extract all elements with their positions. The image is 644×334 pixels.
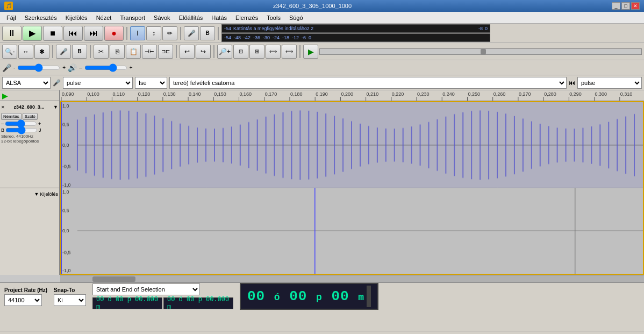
playback-meter-icon: ⏮ xyxy=(569,79,575,87)
input-volume-slider[interactable] xyxy=(17,65,60,71)
prev-button[interactable]: ⏮ xyxy=(63,26,83,41)
paste-btn[interactable]: 📋 xyxy=(126,45,141,59)
playback-meter-select[interactable]: pulse xyxy=(577,77,642,89)
zoom-fit-proj-btn[interactable]: ⊞ xyxy=(249,45,264,59)
project-rate-select[interactable]: 44100 xyxy=(4,294,42,306)
cut-btn[interactable]: ✂ xyxy=(94,45,109,59)
play-at-speed-btn[interactable]: ⟺ xyxy=(282,45,297,59)
zoom-in-btn[interactable]: 🔎+ xyxy=(217,45,232,59)
input-device-select[interactable]: pulse xyxy=(63,77,133,89)
track-1-info: ✕ z342_600_3... ▼ Némítás Szóló – + B xyxy=(0,101,59,188)
selection-mode-select[interactable]: Start and End of Selection xyxy=(92,283,200,295)
vu-db-right2: 0 xyxy=(485,26,488,31)
sep5 xyxy=(90,45,91,58)
minimize-btn[interactable]: _ xyxy=(612,2,620,10)
track-info-2: 32-bit lebegőpontos xyxy=(1,139,58,144)
snap-to-section: Snap-To Ki xyxy=(54,287,86,306)
right-panel xyxy=(60,90,644,275)
project-rate-section: Project Rate (Hz) 44100 xyxy=(4,287,47,306)
select-tool-btn[interactable]: I xyxy=(130,26,145,40)
record-button[interactable]: ● xyxy=(104,26,124,41)
ruler-canvas xyxy=(61,90,644,101)
selection-start-display: 00 ó 00 p 00.000 m xyxy=(92,297,162,309)
start-marker: ▶ xyxy=(2,91,8,100)
toolbar-edit: 🔍- ↔ ✱ 🎤 B ✂ ⎘ 📋 ⊣⊢ ⊐⊏ ↩ ↪ 🔎+ ⊡ ⊞ ⟺ ⟺ ▶ xyxy=(0,43,644,60)
menu-select[interactable]: Kijelölés xyxy=(61,13,92,22)
menu-edit[interactable]: Szerkesztés xyxy=(20,13,61,22)
track-name: z342_600_3... xyxy=(14,104,45,110)
vu-meter-area: -54 Kattintás a megfigyelés indításához … xyxy=(221,24,490,42)
menu-effect[interactable]: Hatás xyxy=(207,13,231,22)
menu-analyze[interactable]: Elemzés xyxy=(231,13,262,22)
stop-button[interactable]: ■ xyxy=(43,26,62,41)
play-green-btn[interactable]: ▶ xyxy=(303,45,318,59)
title-bar: 🎵 z342_600_3_305_1000_1000 _ □ ✕ xyxy=(0,0,644,12)
track-menu-btn[interactable]: ▼ xyxy=(53,104,58,110)
mic2-btn[interactable]: 🎤 xyxy=(56,45,71,59)
b2-btn[interactable]: B xyxy=(72,45,87,59)
zoom-toggle-btn[interactable]: ⟺ xyxy=(266,45,281,59)
separator2 xyxy=(180,27,181,40)
draw-tool-btn[interactable]: ✏ xyxy=(162,26,177,40)
pan-left-label: B xyxy=(1,127,4,133)
waveform-canvas[interactable] xyxy=(61,102,643,274)
output-volume-slider[interactable] xyxy=(84,65,127,71)
next-button[interactable]: ⏭ xyxy=(84,26,103,41)
tracks-area: ▶ ✕ z342_600_3... ▼ Némítás Szóló – xyxy=(0,90,644,275)
snap-ki-select[interactable]: Ki xyxy=(54,294,86,306)
speed-slider-thumb[interactable] xyxy=(481,49,486,54)
envelope-tool-btn[interactable]: ↕ xyxy=(146,26,161,40)
menu-tools[interactable]: Tools xyxy=(262,13,285,22)
vu-scale: -54 -48 -42 -36 -30 -24 -18 -12 -6 0 xyxy=(224,35,311,40)
mic-icon2: 🎤 xyxy=(53,79,61,87)
redo-btn[interactable]: ↪ xyxy=(196,45,211,59)
scrollbar-thumb[interactable] xyxy=(92,276,135,282)
pan-right-label: J xyxy=(39,127,41,133)
waveform-area[interactable] xyxy=(60,101,644,275)
zoom-fit-sel-btn[interactable]: ⊡ xyxy=(233,45,248,59)
bottom-bar: Project Rate (Hz) 44100 Snap-To Ki Start… xyxy=(0,282,644,331)
window-controls: _ □ ✕ xyxy=(612,2,640,10)
track-2-collapse-btn[interactable]: ▼ xyxy=(34,191,39,197)
mic-btn[interactable]: 🎤 xyxy=(184,26,199,40)
input-channels-select[interactable]: Ise xyxy=(135,77,167,89)
menu-tracks[interactable]: Sávok xyxy=(149,13,175,22)
gain-min-label: – xyxy=(1,121,4,126)
restore-btn[interactable]: □ xyxy=(621,2,630,10)
menu-generate[interactable]: Előállítás xyxy=(175,13,207,22)
zoom-out-btn[interactable]: 🔍- xyxy=(2,45,17,59)
selection-mode-section: Start and End of Selection 00 ó 00 p 00.… xyxy=(92,283,233,309)
time-shift-btn[interactable]: ↔ xyxy=(18,45,33,59)
separator xyxy=(126,27,127,40)
toolbar-transport: ⏸ ▶ ■ ⏮ ⏭ ● I ↕ ✏ 🎤 B -54 Kattintás a me… xyxy=(0,24,644,43)
track-2-menu-btn[interactable]: Kijelölés xyxy=(40,191,58,197)
main-content: ▶ ✕ z342_600_3... ▼ Némítás Szóló – xyxy=(0,90,644,275)
copy-btn[interactable]: ⎘ xyxy=(110,45,125,59)
sep6 xyxy=(176,45,177,58)
track-info: Stereo, 44100Hz 32-bit lebegőpontos xyxy=(1,134,58,144)
pause-button[interactable]: ⏸ xyxy=(2,26,22,41)
close-btn[interactable]: ✕ xyxy=(631,2,640,10)
scrollbar-area xyxy=(60,275,644,282)
b-btn-left[interactable]: B xyxy=(200,26,215,40)
play-button[interactable]: ▶ xyxy=(23,26,42,41)
menu-view[interactable]: Nézet xyxy=(92,13,116,22)
time-boxes: 00 ó 00 p 00.000 m 00 ó 00 p 00.000 m xyxy=(92,297,233,309)
time-scroll-btn[interactable] xyxy=(367,286,371,307)
audio-host-select[interactable]: ALSA xyxy=(2,77,51,89)
ruler-bar xyxy=(60,90,644,101)
undo-btn[interactable]: ↩ xyxy=(180,45,195,59)
track-close-btn[interactable]: ✕ xyxy=(1,105,5,110)
vu-hint: Kattintás a megfigyelés indításához 2 xyxy=(233,26,476,31)
menu-file[interactable]: Fájl xyxy=(2,13,20,22)
vu-db-right1: -8 xyxy=(478,26,483,31)
trim-btn[interactable]: ⊣⊢ xyxy=(142,45,157,59)
silence-btn[interactable]: ⊐⊏ xyxy=(158,45,173,59)
track-pan-slider[interactable] xyxy=(5,127,38,133)
menu-transport[interactable]: Transport xyxy=(116,13,149,22)
track-header: ✕ z342_600_3... ▼ xyxy=(1,102,58,112)
speaker-icon: 🔊 xyxy=(68,63,77,72)
multitool-btn[interactable]: ✱ xyxy=(34,45,49,59)
menu-help[interactable]: Súgó xyxy=(285,13,307,22)
output-device-select[interactable]: tereó) felvételi csatorna xyxy=(169,77,567,89)
